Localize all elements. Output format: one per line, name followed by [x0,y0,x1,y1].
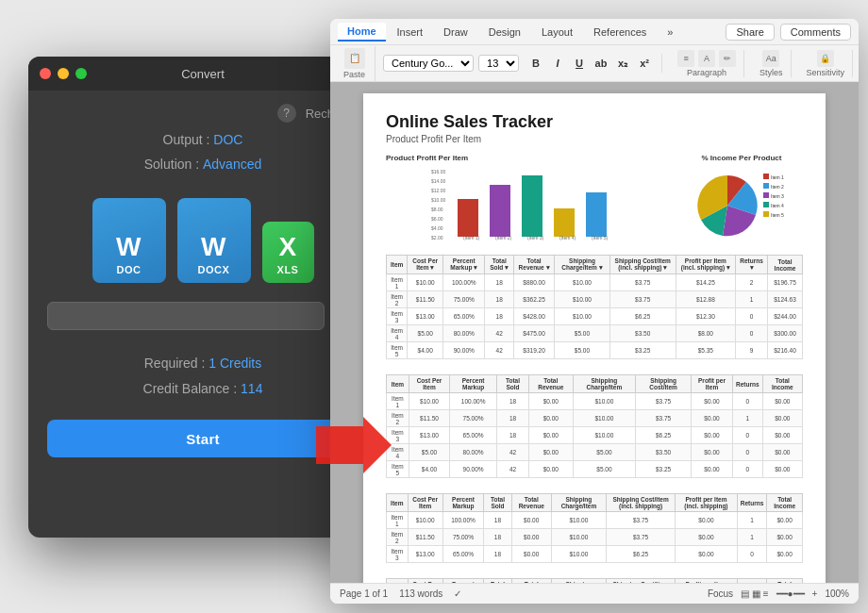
col-item: Item [387,256,408,274]
svg-rect-10 [490,185,510,237]
align-icon[interactable]: ≡ [677,50,694,67]
output-row: Output : DOC [47,132,359,147]
paragraph-icons: ≡ A ✏ [677,50,736,67]
svg-text:$10.00: $10.00 [431,197,446,203]
xls-format-icon[interactable]: X XLS [262,222,314,283]
spelling-icon[interactable]: ✓ [454,588,461,599]
font-controls: Century Go... 13 [383,55,519,72]
sensitivity-icons: 🔒 [817,50,834,67]
doc-format-icon[interactable]: W DOC [92,198,166,283]
arrow-indicator [316,417,392,473]
window-title: Convert [181,67,225,81]
col-sold: Total Sold ▾ [485,256,514,274]
tab-insert[interactable]: Insert [388,24,433,41]
paragraph-section: ≡ A ✏ Paragraph [670,50,744,77]
pie-chart-title: % Income Per Product [680,154,803,162]
status-page: Page 1 of 1 [340,588,388,599]
view-icons: ▤ ▦ ≡ [741,588,768,599]
zoom-add[interactable]: + [812,588,818,599]
table-row: Item 4$5.0080.00%42$0.00$5.00$3.50$0.000… [387,444,803,461]
sensitivity-icon[interactable]: 🔒 [817,50,834,67]
document-area: Online Sales Tracker Product Profit Per … [330,82,859,583]
solution-row: Solution : Advanced [47,157,359,172]
table-row: Item 1$10.00100.00%18$0.00$10.00$3.75$0.… [387,393,803,410]
svg-marker-0 [316,417,392,473]
svg-text:$6.00: $6.00 [431,216,443,222]
minimize-button[interactable] [58,68,69,79]
svg-text:$14.00: $14.00 [431,178,446,184]
comments-button[interactable]: Comments [780,24,851,41]
svg-text:Item 5: Item 5 [771,212,784,218]
svg-rect-12 [554,208,575,237]
balance-label: Credit Balance : [143,381,238,396]
superscript-button[interactable]: x² [635,54,654,73]
docx-format-icon[interactable]: W DOCX [177,198,251,283]
svg-text:$4.00: $4.00 [431,225,443,231]
status-words: 113 words [399,588,442,599]
col-profit: Profit per Item (incl. shipping) ▾ [676,256,736,274]
svg-rect-27 [763,211,769,217]
subscript-button[interactable]: x₂ [613,54,632,73]
svg-text:Item 1: Item 1 [771,174,784,180]
data-table-1: Item Cost Per Item ▾ Percent Markup ▾ To… [386,255,803,359]
file-input-bar[interactable] [47,302,325,330]
solution-value: Advanced [203,157,261,172]
paste-icon[interactable]: 📋 [344,48,365,69]
tab-home[interactable]: Home [338,23,386,41]
bar-chart-area: Product Profit Per Item $16.00 $14.00 $1… [386,154,665,245]
bold-button[interactable]: B [526,54,545,73]
style-icon[interactable]: Aa [762,50,779,67]
svg-text:$8.00: $8.00 [431,207,443,212]
charts-row: Product Profit Per Item $16.00 $14.00 $1… [386,154,803,245]
maximize-button[interactable] [75,68,87,79]
close-button[interactable] [40,68,51,79]
share-button[interactable]: Share [726,24,774,41]
pie-chart: Item 1 Item 2 Item 3 Item 4 Item 5 [680,166,803,241]
bar-chart: $16.00 $14.00 $12.00 $10.00 $8.00 $6.00 … [386,166,665,241]
start-button[interactable]: Start [47,420,359,457]
svg-rect-19 [763,174,769,179]
solution-label: Solution : [144,157,199,172]
table-row: Item 3$13.0065.00%18$428.00$10.00$6.25$1… [387,308,803,325]
styles-icons: Aa [762,50,779,67]
ribbon-toolbar: 📋 Paste Century Go... 13 B I U ab x₂ x² [330,45,859,81]
color-icon[interactable]: A [698,50,715,67]
svg-text:(Item 1): (Item 1) [463,235,480,240]
zoom-slider[interactable]: ━━●━━ [776,588,805,599]
table-row: Item 1$10.00100.00%18$880.00$10.00$3.75$… [387,274,803,291]
col-markup: Percent Markup ▾ [443,256,485,274]
table-row: Item 2$11.5075.00%18$362.25$10.00$3.75$1… [387,291,803,308]
strikethrough-button[interactable]: ab [592,54,610,73]
tab-design[interactable]: Design [479,24,530,41]
ribbon-share-area: Share Comments [726,24,851,41]
data-table-3: Item Cost Per Item Percent Markup Total … [386,493,803,563]
col-shipping-charge: Shipping Charge/Item ▾ [555,256,610,274]
focus-label[interactable]: Focus [708,588,733,599]
file-input-row: + [47,302,359,330]
table-row: Item 3$13.0065.00%18$0.00$10.00$6.25$0.0… [387,546,803,563]
font-size-select[interactable]: 13 [478,55,519,72]
ribbon-tabs: Home Insert Draw Design Layout Reference… [330,19,859,45]
italic-button[interactable]: I [548,54,567,73]
zoom-level: 100% [825,588,849,599]
highlight-icon[interactable]: ✏ [719,50,736,67]
format-icons: W DOC W DOCX X XLS [92,198,314,283]
table-row: Item 3$13.0065.00%18$0.00$10.00$6.25$0.0… [387,427,803,444]
help-button[interactable]: ? [277,104,296,123]
tab-layout[interactable]: Layout [532,24,582,41]
svg-text:$12.00: $12.00 [431,188,446,193]
svg-text:(Item 5): (Item 5) [592,235,609,240]
col-cost: Cost Per Item ▾ [408,256,443,274]
col-revenue: Total Revenue ▾ [514,256,555,274]
svg-rect-13 [586,192,607,237]
doc-title: Online Sales Tracker [386,112,803,132]
tab-references[interactable]: References [584,24,656,41]
table-row: Item 5$4.0090.00%42$319.20$5.00$3.25$5.3… [387,342,803,359]
font-name-select[interactable]: Century Go... [383,55,474,72]
svg-text:(Item 4): (Item 4) [559,235,576,240]
pie-chart-area: % Income Per Product I [680,154,803,245]
tab-more[interactable]: » [658,24,682,41]
underline-button[interactable]: U [570,54,589,73]
table-row: Item 2$11.5075.00%18$0.00$10.00$3.75$0.0… [387,529,803,546]
tab-draw[interactable]: Draw [434,24,477,41]
